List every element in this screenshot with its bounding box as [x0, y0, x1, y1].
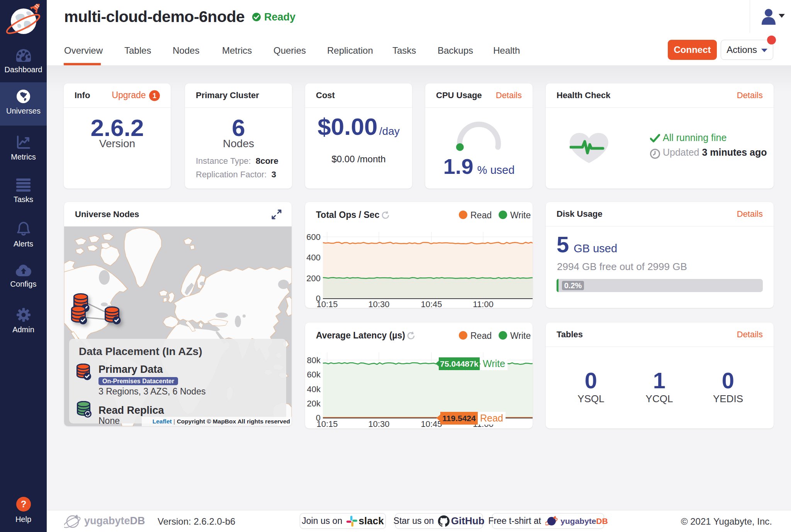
svg-text:40k: 40k: [307, 384, 321, 394]
svg-text:?: ?: [20, 499, 26, 509]
svg-text:200: 200: [306, 274, 321, 283]
svg-text:10:15: 10:15: [316, 299, 338, 308]
svg-text:11:00: 11:00: [473, 299, 493, 308]
svg-text:20k: 20k: [307, 399, 321, 408]
svg-text:400: 400: [306, 253, 321, 262]
svg-text:60k: 60k: [307, 370, 321, 379]
svg-text:10:30: 10:30: [368, 299, 389, 308]
svg-text:80k: 80k: [307, 355, 321, 365]
svg-text:10:30: 10:30: [368, 419, 389, 428]
svg-text:600: 600: [306, 232, 321, 242]
svg-text:10:15: 10:15: [316, 419, 338, 428]
svg-text:10:45: 10:45: [421, 299, 442, 308]
